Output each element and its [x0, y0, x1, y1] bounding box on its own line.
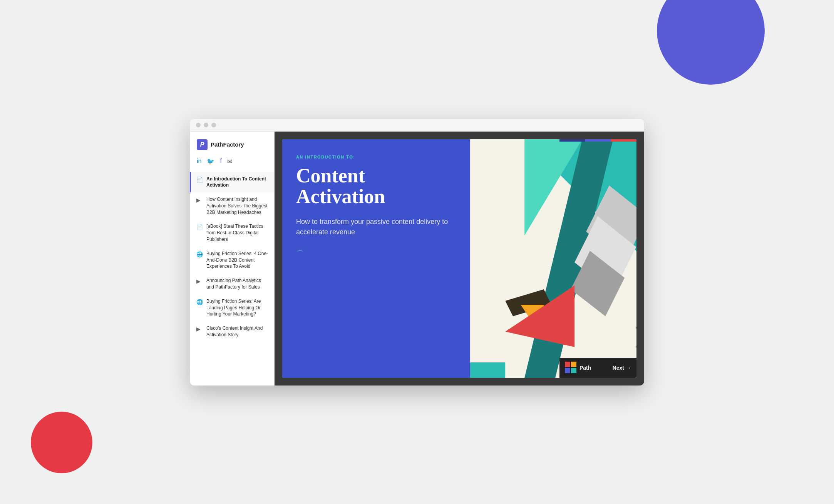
globe-icon-6: 🌐 [196, 299, 203, 305]
pathfactory-logo-icon [565, 362, 577, 374]
slide-subtitle: How to transform your passive content de… [296, 217, 456, 237]
play-icon-5: ▶ [196, 278, 203, 284]
sidebar-item-text-2: How Content Insight and Activation Solve… [206, 196, 269, 215]
pf-logo-small: Path [565, 362, 591, 374]
content-preview-area: AN INTRODUCTION TO: Content Activation H… [275, 132, 644, 386]
next-label: Next [613, 365, 624, 371]
window-dot-close[interactable] [196, 123, 201, 127]
slide-arrow-decoration: ⌒ [296, 249, 456, 259]
teal-bottom-strip [470, 362, 505, 378]
logo-icon: P [197, 139, 208, 150]
next-arrow-icon: → [626, 365, 631, 371]
slide-title: Content Activation [296, 165, 456, 207]
svg-rect-1 [571, 362, 576, 367]
curve-arrow [636, 328, 636, 347]
window-dot-maximize[interactable] [211, 123, 216, 127]
pdf-icon-1: 📄 [196, 177, 203, 183]
slide-title-line2: Activation [296, 185, 385, 207]
sidebar-item-text-5: Announcing Path Analytics and PathFactor… [206, 277, 269, 290]
sidebar-item-7[interactable]: ▶ Cisco's Content Insight And Activation… [190, 321, 274, 342]
svg-rect-3 [571, 368, 576, 373]
main-content: P PathFactory in 🐦 f ✉ 📄 An Introduction… [190, 132, 644, 386]
slide-content: AN INTRODUCTION TO: Content Activation H… [282, 139, 636, 378]
logo-letter: P [200, 141, 204, 148]
sidebar: P PathFactory in 🐦 f ✉ 📄 An Introduction… [190, 132, 275, 386]
sidebar-item-3[interactable]: 📄 [eBook] Steal These Tactics from Best-… [190, 219, 274, 246]
email-icon[interactable]: ✉ [227, 158, 232, 165]
bg-circle-red [31, 412, 92, 473]
window-dot-minimize[interactable] [204, 123, 208, 127]
slide-viewer: AN INTRODUCTION TO: Content Activation H… [282, 139, 636, 378]
slide-intro-label: AN INTRODUCTION TO: [296, 155, 456, 159]
top-color-bar [559, 139, 636, 142]
color-bar-blue [585, 139, 611, 142]
color-bar-red [611, 139, 636, 142]
sidebar-item-1[interactable]: 📄 An Introduction To Content Activation [190, 172, 274, 193]
twitter-icon[interactable]: 🐦 [207, 158, 214, 165]
sidebar-item-text-4: Buying Friction Series: 4 One-And-Done B… [206, 250, 269, 270]
geometric-composition [470, 139, 636, 378]
slide-bottom-bar: Path Next → [559, 358, 636, 378]
logo-area: P PathFactory [190, 132, 274, 156]
play-icon-7: ▶ [196, 326, 203, 332]
sidebar-item-text-1: An Introduction To Content Activation [206, 176, 269, 189]
linkedin-icon[interactable]: in [197, 158, 201, 165]
slide-left-panel: AN INTRODUCTION TO: Content Activation H… [282, 139, 470, 378]
globe-icon-4: 🌐 [196, 251, 203, 257]
sidebar-item-4[interactable]: 🌐 Buying Friction Series: 4 One-And-Done… [190, 247, 274, 274]
slide-right-panel: Path Next → [470, 139, 636, 378]
svg-rect-2 [565, 368, 570, 373]
sidebar-item-2[interactable]: ▶ How Content Insight and Activation Sol… [190, 192, 274, 219]
browser-window: P PathFactory in 🐦 f ✉ 📄 An Introduction… [190, 119, 644, 386]
social-icons-bar: in 🐦 f ✉ [190, 156, 274, 172]
slide-title-line1: Content [296, 165, 365, 187]
title-bar [190, 119, 644, 132]
color-bar-navy [559, 139, 585, 142]
pdf-icon-3: 📄 [196, 224, 203, 230]
sidebar-item-text-7: Cisco's Content Insight And Activation S… [206, 325, 269, 338]
pf-logo-label: Path [579, 365, 591, 371]
sidebar-item-text-3: [eBook] Steal These Tactics from Best-in… [206, 223, 269, 242]
next-button[interactable]: Next → [613, 365, 631, 371]
play-icon-2: ▶ [196, 197, 203, 203]
facebook-icon[interactable]: f [220, 158, 221, 165]
sidebar-item-6[interactable]: 🌐 Buying Friction Series: Are Landing Pa… [190, 294, 274, 321]
logo-text: PathFactory [211, 141, 244, 148]
svg-rect-0 [565, 362, 570, 367]
sidebar-item-5[interactable]: ▶ Announcing Path Analytics and PathFact… [190, 274, 274, 294]
sidebar-item-text-6: Buying Friction Series: Are Landing Page… [206, 298, 269, 317]
bg-circle-blue [657, 0, 765, 85]
